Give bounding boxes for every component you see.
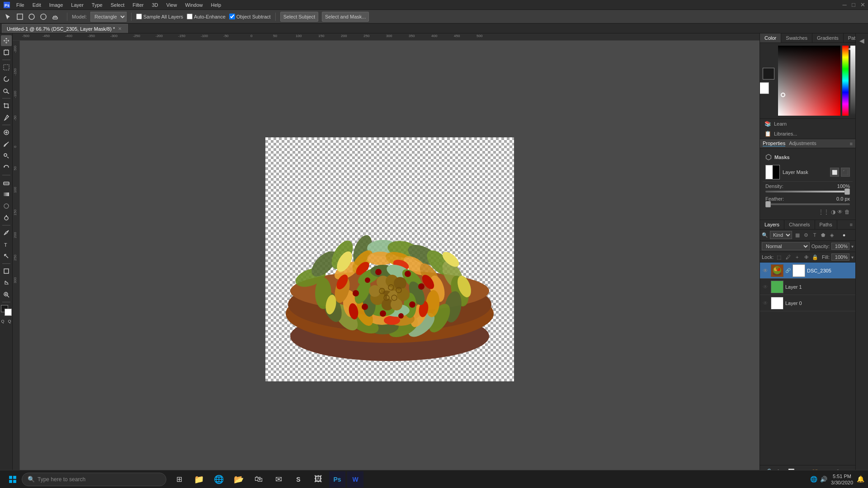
menu-file[interactable]: File (13, 1, 28, 9)
layer-visibility-dsc2305[interactable]: 👁 (762, 267, 769, 274)
taskbar-start-btn[interactable] (4, 470, 22, 488)
doc-tab-close[interactable]: ✕ (117, 26, 123, 32)
taskbar-clock[interactable]: 5:51 PM 3/30/2020 (831, 473, 853, 485)
mask-refine-icon[interactable]: ⋮⋮ (818, 209, 829, 215)
filter-text-icon[interactable]: T (811, 231, 818, 239)
fill-input[interactable] (831, 253, 849, 261)
lock-artboard-icon[interactable]: + (793, 253, 801, 261)
tool-history-brush[interactable] (1, 162, 12, 173)
layer-item-layer0[interactable]: 👁 Layer 0 (760, 295, 855, 311)
canvas-area[interactable] (20, 41, 760, 478)
menu-window[interactable]: Window (181, 1, 206, 9)
taskbar-store[interactable]: 🛍 (250, 470, 268, 488)
taskbar-mail[interactable]: ✉ (269, 470, 288, 488)
tool-path-select[interactable] (1, 251, 12, 262)
taskbar-taskview[interactable]: ⊞ (170, 470, 188, 488)
tool-clone[interactable] (1, 150, 12, 161)
tool-eraser[interactable] (1, 177, 12, 188)
swatches-tab[interactable]: Swatches (781, 33, 812, 42)
tool-crop[interactable] (1, 100, 12, 111)
foreground-color[interactable] (763, 68, 774, 80)
libraries-btn[interactable]: 📋 Libraries... (760, 129, 855, 139)
tool-eyedropper[interactable] (1, 112, 12, 123)
menu-edit[interactable]: Edit (29, 1, 45, 9)
taskbar-search-box[interactable]: 🔍 Type here to search (22, 473, 166, 486)
filter-shape-icon[interactable]: ⬟ (820, 231, 827, 239)
tool-dodge[interactable] (1, 212, 12, 223)
fill-arrow[interactable]: ▾ (851, 255, 854, 260)
lock-image-icon[interactable]: 🖊 (784, 253, 792, 261)
menu-select[interactable]: Select (107, 1, 128, 9)
doc-tab-active[interactable]: Untitled-1 @ 66.7% (DSC_2305, Layer Mask… (2, 24, 128, 33)
tool-healing[interactable] (1, 127, 12, 138)
filter-pixel-icon[interactable]: ▦ (794, 231, 801, 239)
background-color[interactable] (760, 82, 769, 94)
taskbar-network-icon[interactable]: 🌐 (810, 476, 817, 483)
tool-rectangle[interactable] (1, 266, 12, 277)
alpha-slider[interactable] (850, 46, 855, 116)
mask-action-2[interactable]: ⬛ (841, 168, 850, 177)
taskbar-explorer[interactable]: 📁 (190, 470, 208, 488)
blend-mode-select[interactable]: Normal (762, 242, 810, 250)
taskbar-edge[interactable]: 🌐 (210, 470, 228, 488)
mask-visibility-icon[interactable]: 👁 (837, 209, 843, 215)
layer-item-layer1[interactable]: 👁 Layer 1 (760, 279, 855, 295)
taskbar-word[interactable]: W (347, 471, 363, 488)
mask-invert-icon[interactable]: ◑ (831, 209, 835, 215)
sample-all-layers-check[interactable] (136, 14, 142, 19)
tool-marquee[interactable] (1, 62, 12, 73)
tool-ellipse-btn[interactable] (26, 11, 37, 22)
tool-artboard[interactable] (1, 47, 12, 58)
tool-hand[interactable] (1, 277, 12, 288)
tool-extra-1[interactable]: Q (0, 319, 5, 324)
tool-lasso-btn[interactable] (38, 11, 49, 22)
layers-tab-layers[interactable]: Layers (760, 220, 784, 229)
density-slider-handle[interactable] (844, 188, 850, 195)
maximize-btn[interactable]: □ (850, 1, 857, 9)
tool-selector[interactable] (3, 11, 14, 22)
taskbar-ps[interactable]: Ps (329, 471, 345, 488)
tool-extra-2[interactable]: Q (7, 319, 12, 324)
properties-tab[interactable]: Properties (763, 141, 785, 146)
adjustments-tab[interactable]: Adjustments (789, 141, 816, 146)
menu-view[interactable]: View (163, 1, 181, 9)
tool-zoom[interactable] (1, 289, 12, 300)
learn-btn[interactable]: 📚 Learn (760, 119, 855, 129)
color-tab[interactable]: Color (760, 33, 781, 42)
menu-help[interactable]: Help (208, 1, 225, 9)
tool-text[interactable]: T (1, 239, 12, 250)
taskbar-notification-icon[interactable]: 🔔 (857, 475, 864, 483)
tool-lasso[interactable] (1, 74, 12, 84)
tool-move[interactable] (1, 35, 12, 46)
select-subject-btn[interactable]: Select Subject (280, 12, 318, 22)
layers-tab-paths[interactable]: Paths (815, 220, 837, 229)
density-slider[interactable] (765, 191, 850, 192)
menu-3d[interactable]: 3D (148, 1, 162, 9)
gradients-tab[interactable]: Gradients (812, 33, 844, 42)
lock-transparent-icon[interactable]: ⬚ (775, 253, 783, 261)
close-btn[interactable]: ✕ (859, 1, 866, 9)
panel-collapse-btn[interactable]: ◀ (857, 35, 868, 46)
filter-smart-icon[interactable]: ◈ (828, 231, 835, 239)
sample-all-layers-label[interactable]: Sample All Layers (136, 14, 183, 19)
shape-select[interactable]: Rectangle Ellipse Lasso (90, 12, 127, 22)
taskbar-steam[interactable]: S (289, 470, 307, 488)
opacity-arrow[interactable]: ▾ (851, 244, 854, 249)
select-mask-btn[interactable]: Select and Mask... (322, 12, 369, 22)
bg-color-swatch[interactable] (5, 309, 12, 316)
lock-position-icon[interactable]: ✙ (802, 253, 810, 261)
lock-all-icon[interactable]: 🔒 (811, 253, 819, 261)
object-subtract-check[interactable] (229, 14, 235, 19)
taskbar-files[interactable]: 📂 (230, 470, 248, 488)
tool-gradient[interactable] (1, 189, 12, 200)
patterns-tab[interactable]: Patterns (844, 33, 855, 42)
filter-adj-icon[interactable]: ⚙ (802, 231, 810, 239)
props-panel-menu[interactable]: ≡ (850, 141, 853, 146)
menu-image[interactable]: Image (46, 1, 67, 9)
minimize-btn[interactable]: ─ (841, 1, 848, 9)
layers-tab-channels[interactable]: Channels (784, 220, 815, 229)
tool-pen[interactable] (1, 227, 12, 238)
filter-lock-icon[interactable]: ● (840, 231, 848, 239)
hue-slider[interactable]: ◄ (842, 46, 849, 116)
menu-filter[interactable]: Filter (129, 1, 147, 9)
